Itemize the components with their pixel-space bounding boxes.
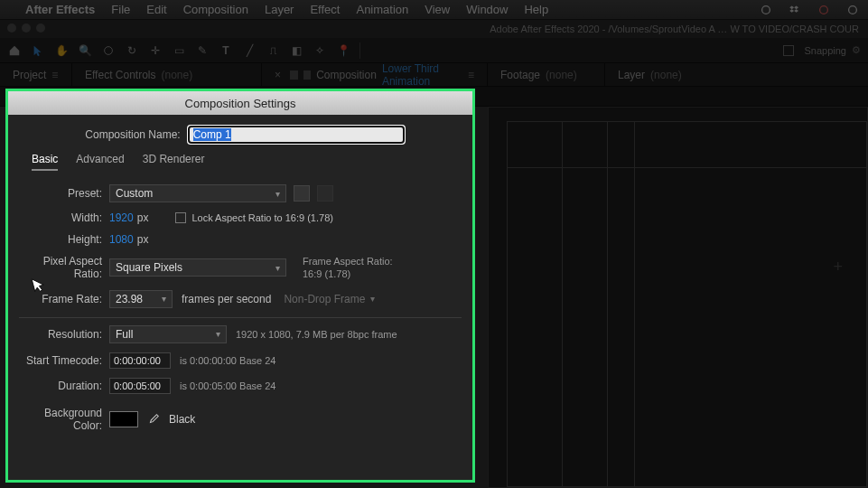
menu-edit[interactable]: Edit <box>146 3 166 16</box>
height-label: Height: <box>19 233 109 246</box>
resolution-hint: 1920 x 1080, 7.9 MB per 8bpc frame <box>236 329 397 340</box>
chevron-down-icon: ▾ <box>275 263 280 273</box>
puppet-tool-icon[interactable]: 📍 <box>336 43 350 58</box>
height-value[interactable]: 1080 <box>109 233 134 246</box>
width-value[interactable]: 1920 <box>109 211 134 224</box>
snapping-options-icon[interactable]: ⚙ <box>852 44 861 56</box>
panel-project-label: Project <box>13 69 46 81</box>
app-name[interactable]: After Effects <box>25 3 95 16</box>
panel-layer[interactable]: Layer (none) <box>605 63 695 86</box>
lock-aspect-label: Lock Aspect Ratio to 16:9 (1.78) <box>191 212 333 223</box>
clone-tool-icon[interactable]: ⎍ <box>266 43 280 58</box>
panel-effect-controls[interactable]: Effect Controls (none) <box>72 63 262 86</box>
window-title-text: Adobe After Effects 2020 - /Volumes/Spro… <box>490 23 859 34</box>
start-timecode-label: Start Timecode: <box>19 354 109 367</box>
eyedropper-icon[interactable] <box>147 413 160 426</box>
menu-composition[interactable]: Composition <box>183 3 248 16</box>
panel-layer-none: (none) <box>650 69 682 81</box>
app-toolbar: ✋ 🔍 ↻ ✛ ▭ ✎ T ╱ ⎍ ◧ ✧ 📍 Snapping ⚙ <box>0 38 868 63</box>
status-icon-2[interactable] <box>817 4 830 16</box>
tab-basic[interactable]: Basic <box>32 153 58 171</box>
panel-project[interactable]: Project ≡ <box>0 63 72 86</box>
panel-footage[interactable]: Footage (none) <box>488 63 605 86</box>
traffic-zoom-icon[interactable] <box>36 23 45 33</box>
duration-input[interactable] <box>109 378 171 394</box>
frame-rate-label: Frame Rate: <box>19 293 109 305</box>
panel-footage-none: (none) <box>546 69 577 81</box>
preset-value: Custom <box>116 187 153 200</box>
preset-select[interactable]: Custom ▾ <box>109 184 286 202</box>
zoom-tool-icon[interactable]: 🔍 <box>78 43 92 58</box>
resolution-value: Full <box>116 328 133 341</box>
panel-composition-link[interactable]: Lower Third Animation <box>382 62 459 88</box>
menu-layer[interactable]: Layer <box>265 3 294 16</box>
menu-help[interactable]: Help <box>524 3 548 16</box>
frame-rate-unit: frames per second <box>182 293 271 305</box>
save-preset-button[interactable] <box>294 185 310 202</box>
tab-3d-renderer[interactable]: 3D Renderer <box>143 153 205 171</box>
duration-label: Duration: <box>19 380 109 392</box>
chevron-down-icon: ▾ <box>162 294 166 304</box>
height-unit: px <box>137 233 149 246</box>
composition-viewer[interactable]: + <box>488 107 868 488</box>
lock-aspect-checkbox[interactable] <box>175 212 186 223</box>
anchor-tool-icon[interactable]: ✛ <box>148 43 163 58</box>
dialog-titlebar[interactable]: Composition Settings <box>8 91 472 115</box>
snapping-label: Snapping <box>805 45 847 56</box>
dialog-title-text: Composition Settings <box>185 97 296 110</box>
snapping-checkbox[interactable] <box>783 45 794 56</box>
panel-composition[interactable]: × Composition Lower Third Animation ≡ <box>262 63 488 86</box>
preset-label: Preset: <box>19 187 109 200</box>
start-timecode-hint: is 0:00:00:00 Base 24 <box>180 355 275 366</box>
frame-aspect-label: Frame Aspect Ratio: <box>303 255 393 267</box>
bg-color-swatch[interactable] <box>109 411 138 427</box>
mac-menubar: After Effects File Edit Composition Laye… <box>0 0 868 20</box>
panel-menu-icon[interactable]: ≡ <box>51 69 58 81</box>
chevron-down-icon: ▾ <box>275 189 280 199</box>
traffic-close-icon[interactable] <box>7 23 16 33</box>
orbit-tool-icon[interactable] <box>101 43 116 58</box>
hand-tool-icon[interactable]: ✋ <box>54 43 69 58</box>
frame-rate-input[interactable]: 23.98 ▾ <box>109 290 173 308</box>
ndf-value: Non-Drop Frame <box>284 293 365 305</box>
pen-tool-icon[interactable]: ✎ <box>195 43 210 58</box>
bg-color-label: Background Color: <box>19 407 109 432</box>
menu-view[interactable]: View <box>425 3 450 16</box>
dropbox-icon[interactable] <box>789 4 801 16</box>
width-label: Width: <box>19 211 109 224</box>
bg-color-name: Black <box>169 413 195 426</box>
brush-tool-icon[interactable]: ╱ <box>242 43 257 58</box>
chevron-down-icon: ▾ <box>370 294 375 304</box>
rotate-tool-icon[interactable]: ↻ <box>125 43 139 58</box>
par-label: Pixel Aspect Ratio: <box>19 255 109 280</box>
comp-name-label: Composition Name: <box>85 128 187 141</box>
window-titlebar: Adobe After Effects 2020 - /Volumes/Spro… <box>0 20 868 38</box>
svg-point-1 <box>820 5 828 14</box>
comp-name-input[interactable] <box>188 126 405 144</box>
type-tool-icon[interactable]: T <box>219 43 233 58</box>
par-select[interactable]: Square Pixels ▾ <box>109 258 286 277</box>
tab-advanced[interactable]: Advanced <box>76 153 124 171</box>
eraser-tool-icon[interactable]: ◧ <box>289 43 303 58</box>
menu-file[interactable]: File <box>111 3 130 16</box>
delete-preset-button <box>317 185 333 202</box>
resolution-select[interactable]: Full ▾ <box>109 325 227 343</box>
rect-tool-icon[interactable]: ▭ <box>172 43 186 58</box>
status-icon-3[interactable] <box>846 4 859 16</box>
panel-effect-none: (none) <box>161 69 192 81</box>
composition-settings-dialog: Composition Settings Composition Name: B… <box>5 89 475 483</box>
roto-tool-icon[interactable]: ✧ <box>313 43 327 58</box>
menu-animation[interactable]: Animation <box>356 3 408 16</box>
menu-effect[interactable]: Effect <box>310 3 340 16</box>
status-icon-1[interactable] <box>760 4 772 16</box>
selection-tool-icon[interactable] <box>31 43 45 58</box>
center-cross-icon: + <box>833 258 843 277</box>
home-icon[interactable] <box>7 43 22 58</box>
traffic-min-icon[interactable] <box>22 23 31 33</box>
chevron-down-icon: ▾ <box>216 329 220 339</box>
panel-footage-label: Footage <box>500 69 540 81</box>
panel-menu-icon[interactable]: ≡ <box>468 69 474 81</box>
menu-window[interactable]: Window <box>466 3 508 16</box>
start-timecode-input[interactable] <box>109 352 171 369</box>
panel-layer-label: Layer <box>618 69 645 81</box>
